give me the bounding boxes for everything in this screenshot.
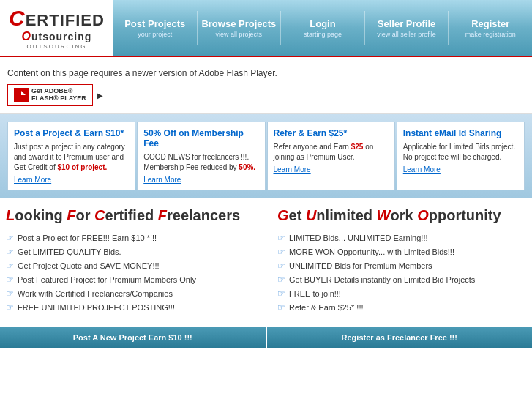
nav-register[interactable]: Register make registration bbox=[449, 11, 532, 45]
left-title-l: L bbox=[6, 207, 15, 223]
flash-notice-text: Content on this page requires a newer ve… bbox=[7, 68, 525, 78]
info-card-email-learn-more[interactable]: Learn More bbox=[403, 165, 518, 174]
logo-c-letter: C bbox=[9, 6, 26, 30]
header: CERTIFIED Outsourcing OUTSOURCING Post P… bbox=[0, 0, 532, 57]
left-title-f2: F bbox=[158, 207, 167, 223]
info-card-membership-learn-more[interactable]: Learn More bbox=[143, 176, 258, 184]
nav-login[interactable]: Login starting page bbox=[281, 11, 365, 45]
info-card-email-title: Instant eMail Id Sharing bbox=[403, 128, 518, 138]
info-card-email: Instant eMail Id Sharing Applicable for … bbox=[397, 122, 525, 190]
main-content: Looking For Certified Freelancers Post a… bbox=[0, 198, 532, 324]
right-section: Get Unlimited Work Opportunity LIMITED B… bbox=[277, 206, 526, 315]
info-card-refer-title: Refer & Earn $25* bbox=[274, 128, 389, 138]
info-card-post-project-title: Post a Project & Earn $10* bbox=[14, 128, 129, 138]
post-project-button[interactable]: Post A New Project Earn $10 !!! bbox=[0, 327, 266, 348]
logo-o-letter: O bbox=[22, 30, 31, 42]
info-card-membership-body: GOOD NEWS for freelancers !!!. Membershi… bbox=[143, 152, 258, 173]
list-item: Get LIMITED QUALITY Bids. bbox=[6, 245, 255, 259]
list-item: UNLIMITED Bids for Premium Members bbox=[277, 259, 526, 273]
list-item: LIMITED Bids... UNLIMITED Earning!!! bbox=[277, 231, 526, 245]
left-feature-list: Post a Project for FREE!!! Earn $10 *!!!… bbox=[6, 231, 255, 315]
info-card-post-project-learn-more[interactable]: Learn More bbox=[14, 176, 129, 184]
list-item: FREE to join!!! bbox=[277, 287, 526, 301]
nav-login-sub: starting page bbox=[285, 31, 361, 38]
left-title-c: C bbox=[94, 207, 105, 223]
right-title-g: G bbox=[277, 207, 289, 223]
register-freelancer-button[interactable]: Register as Freelancer Free !!! bbox=[267, 327, 533, 348]
logo-certified: CERTIFIED bbox=[9, 6, 105, 30]
nav-browse-projects[interactable]: Browse Projects view all projects bbox=[198, 11, 282, 45]
main-nav: Post Projects your project Browse Projec… bbox=[113, 0, 532, 56]
info-card-post-project-body: Just post a project in any category and … bbox=[14, 142, 129, 173]
right-title-u: U bbox=[306, 207, 316, 223]
nav-browse-projects-title: Browse Projects bbox=[201, 18, 277, 29]
list-item: Refer & Earn $25* !!! bbox=[277, 301, 526, 315]
info-card-membership: 50% Off on Membership Fee GOOD NEWS for … bbox=[137, 122, 265, 190]
flash-notice-area: Content on this page requires a newer ve… bbox=[0, 57, 532, 114]
list-item: Work with Certified Freelancers/Companie… bbox=[6, 287, 255, 301]
info-cards-section: Post a Project & Earn $10* Just post a p… bbox=[0, 114, 532, 198]
info-card-post-project: Post a Project & Earn $10* Just post a p… bbox=[7, 122, 135, 190]
flash-icon-box[interactable]: Get ADOBE® FLASH® PLAYER bbox=[7, 84, 93, 106]
nav-post-projects-sub: your project bbox=[117, 31, 193, 38]
info-card-refer: Refer & Earn $25* Refer anyone and Earn … bbox=[267, 122, 395, 190]
info-card-email-body: Applicable for Limited Bids project. No … bbox=[403, 142, 518, 163]
nav-seller-profile[interactable]: Seller Profile view all seller profile bbox=[365, 11, 449, 45]
nav-post-projects-title: Post Projects bbox=[117, 18, 193, 29]
nav-login-title: Login bbox=[285, 18, 361, 29]
list-item: Get Project Quote and SAVE MONEY!!! bbox=[6, 259, 255, 273]
bottom-bar: Post A New Project Earn $10 !!! Register… bbox=[0, 327, 532, 348]
list-item: Post a Project for FREE!!! Earn $10 *!!! bbox=[6, 231, 255, 245]
right-title-o: O bbox=[417, 207, 429, 223]
main-divider bbox=[266, 206, 266, 315]
nav-register-sub: make registration bbox=[452, 31, 528, 38]
info-card-refer-body: Refer anyone and Earn $25 on joining as … bbox=[274, 142, 389, 163]
nav-seller-title: Seller Profile bbox=[369, 18, 445, 29]
left-title-f1: F bbox=[67, 207, 75, 223]
nav-post-projects[interactable]: Post Projects your project bbox=[113, 11, 198, 45]
nav-browse-projects-sub: view all projects bbox=[201, 31, 277, 38]
list-item: FREE UNLIMITED PROJEECT POSTING!!! bbox=[6, 301, 255, 315]
nav-register-title: Register bbox=[452, 18, 528, 29]
flash-player-label: FLASH® PLAYER bbox=[31, 95, 86, 102]
info-card-membership-title: 50% Off on Membership Fee bbox=[143, 128, 258, 149]
logo-outsourcing: Outsourcing bbox=[22, 30, 92, 43]
list-item: MORE WON Opportunity... with Limited Bid… bbox=[277, 245, 526, 259]
right-title-w: W bbox=[377, 207, 391, 223]
right-feature-list: LIMITED Bids... UNLIMITED Earning!!! MOR… bbox=[277, 231, 526, 315]
left-section: Looking For Certified Freelancers Post a… bbox=[6, 206, 255, 315]
list-item: Get BUYER Details instantly on Limited B… bbox=[277, 273, 526, 287]
list-item: Post Featured Project for Premium Member… bbox=[6, 273, 255, 287]
svg-marker-1 bbox=[21, 91, 26, 95]
flash-arrow: ▶ bbox=[97, 92, 103, 100]
flash-icon-area: Get ADOBE® FLASH® PLAYER ▶ bbox=[7, 84, 525, 106]
right-section-title: Get Unlimited Work Opportunity bbox=[277, 206, 526, 224]
flash-text-area: Get ADOBE® FLASH® PLAYER bbox=[31, 88, 86, 102]
logo: CERTIFIED Outsourcing OUTSOURCING bbox=[0, 0, 113, 56]
left-section-title: Looking For Certified Freelancers bbox=[6, 206, 255, 224]
nav-seller-sub: view all seller profile bbox=[369, 31, 445, 38]
info-card-refer-learn-more[interactable]: Learn More bbox=[274, 165, 389, 174]
flash-icon bbox=[14, 88, 29, 102]
logo-sub: OUTSOURCING bbox=[26, 43, 86, 50]
